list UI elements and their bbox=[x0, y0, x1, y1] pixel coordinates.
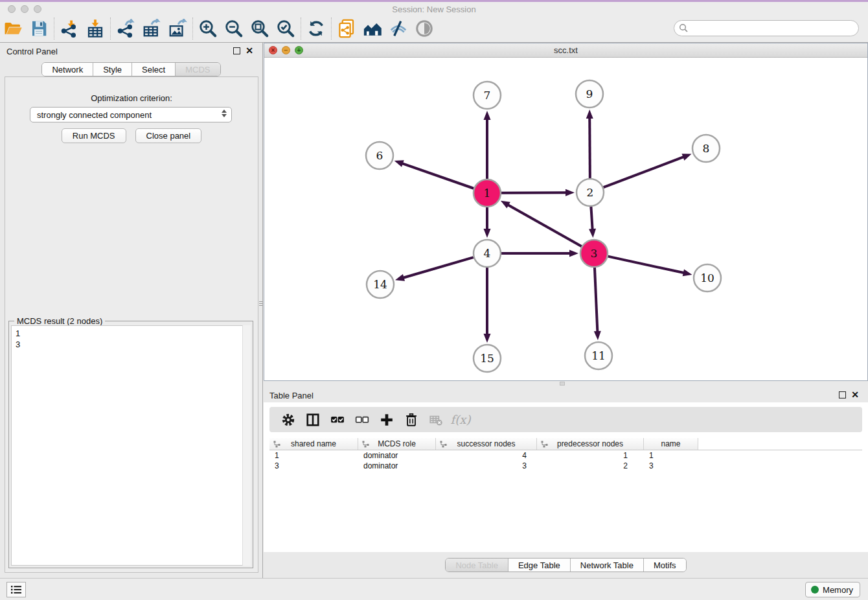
mcds-result-list[interactable]: 1 3 bbox=[11, 325, 251, 566]
close-panel-icon[interactable]: ✕ bbox=[246, 45, 253, 56]
graph-edge-arrowhead bbox=[565, 189, 575, 196]
node-table-header: shared name MCDS role successor nodes pr… bbox=[269, 438, 862, 450]
graph-edge-3-11[interactable] bbox=[595, 268, 597, 333]
select-all-rows-icon[interactable] bbox=[325, 410, 350, 430]
export-table-icon[interactable] bbox=[139, 17, 165, 40]
delete-table-icon bbox=[424, 410, 448, 430]
graph-edge-arrowhead bbox=[395, 274, 405, 281]
float-panel-icon[interactable] bbox=[233, 47, 240, 54]
cell-successor-nodes[interactable]: 4 bbox=[436, 450, 537, 461]
column-type-icon bbox=[541, 441, 548, 448]
cell-successor-nodes[interactable]: 3 bbox=[436, 461, 537, 471]
graph-edge-arrowhead bbox=[484, 229, 491, 238]
graph-edge-3-10[interactable] bbox=[608, 257, 685, 273]
graph-edge-2-8[interactable] bbox=[604, 156, 685, 187]
graph-edge-arrowhead bbox=[594, 331, 601, 340]
toolbar-separator bbox=[192, 17, 193, 40]
column-header-shared-name[interactable]: shared name bbox=[269, 438, 358, 450]
mcds-result-title: MCDS result (2 nodes) bbox=[14, 316, 105, 326]
criterion-dropdown[interactable]: strongly connected component bbox=[30, 107, 232, 122]
save-session-icon[interactable] bbox=[26, 17, 52, 40]
import-table-icon[interactable] bbox=[82, 17, 108, 40]
network-window-titlebar[interactable]: × − + scc.txt bbox=[264, 43, 867, 58]
task-history-button[interactable] bbox=[6, 582, 26, 597]
tab-edge-table[interactable]: Edge Table bbox=[508, 559, 571, 571]
optimization-criterion-label: Optimization criterion: bbox=[5, 93, 258, 103]
graph-edge-arrowhead bbox=[484, 111, 491, 120]
control-panel-title: Control Panel bbox=[6, 47, 58, 56]
tab-motifs[interactable]: Motifs bbox=[644, 559, 686, 571]
export-image-icon[interactable] bbox=[165, 17, 190, 40]
deselect-all-rows-icon[interactable] bbox=[350, 410, 374, 430]
show-graphics-details-icon[interactable] bbox=[411, 17, 437, 40]
cell-mcds-role[interactable]: dominator bbox=[358, 461, 436, 471]
search-input[interactable] bbox=[674, 20, 859, 36]
table-panel-body: f(x) shared name MCDS role successor nod… bbox=[264, 402, 868, 552]
column-header-name[interactable]: name bbox=[644, 438, 698, 450]
tab-select[interactable]: Select bbox=[132, 63, 176, 76]
tab-node-table[interactable]: Node Table bbox=[446, 559, 508, 571]
table-panel-header: Table Panel ✕ bbox=[264, 387, 868, 404]
column-header-predecessor-nodes[interactable]: predecessor nodes bbox=[537, 438, 644, 450]
zoom-out-icon[interactable] bbox=[221, 17, 247, 40]
column-type-icon bbox=[362, 441, 369, 448]
table-row[interactable]: 1 dominator 4 1 1 bbox=[269, 450, 862, 461]
table-panel-tabs: Node Table Edge Table Network Table Moti… bbox=[264, 552, 868, 578]
float-table-panel-icon[interactable] bbox=[839, 391, 846, 398]
table-panel-title: Table Panel bbox=[269, 391, 314, 400]
graph-edge-3-1[interactable] bbox=[507, 204, 581, 246]
fx-label: f(x) bbox=[451, 413, 471, 426]
graph-edge-arrowhead bbox=[394, 160, 404, 167]
column-header-successor-nodes[interactable]: successor nodes bbox=[436, 438, 537, 450]
run-mcds-button[interactable]: Run MCDS bbox=[62, 128, 126, 143]
network-canvas[interactable]: 1234678910111415 bbox=[264, 58, 867, 380]
graph-edge-1-2[interactable] bbox=[501, 192, 567, 193]
tab-style[interactable]: Style bbox=[93, 63, 132, 76]
import-network-icon[interactable] bbox=[56, 17, 82, 40]
close-table-panel-icon[interactable]: ✕ bbox=[851, 389, 859, 400]
graph-edge-arrowhead bbox=[569, 250, 578, 257]
close-panel-button[interactable]: Close panel bbox=[135, 128, 202, 143]
graph-edge-1-6[interactable] bbox=[401, 163, 474, 189]
toolbar-separator bbox=[54, 17, 54, 40]
zoom-selected-icon[interactable] bbox=[273, 17, 299, 40]
cell-mcds-role[interactable]: dominator bbox=[358, 450, 436, 461]
column-header-mcds-role[interactable]: MCDS role bbox=[358, 438, 436, 450]
cell-predecessor-nodes[interactable]: 1 bbox=[537, 450, 644, 461]
show-columns-icon[interactable] bbox=[301, 410, 325, 430]
hide-graphics-details-icon[interactable] bbox=[385, 17, 411, 40]
network-overview-icon[interactable] bbox=[360, 17, 385, 40]
cell-predecessor-nodes[interactable]: 2 bbox=[537, 461, 644, 471]
cell-name[interactable]: 1 bbox=[644, 450, 698, 461]
toolbar-separator bbox=[110, 17, 111, 40]
column-settings-icon[interactable] bbox=[276, 410, 301, 430]
memory-label: Memory bbox=[823, 585, 853, 595]
network-window-title: scc.txt bbox=[264, 45, 867, 55]
panel-splitter-grip[interactable] bbox=[258, 297, 264, 310]
graph-node-label: 6 bbox=[376, 149, 383, 162]
clone-network-icon[interactable] bbox=[334, 17, 360, 40]
graph-edge-4-14[interactable] bbox=[402, 257, 474, 278]
graph-edge-2-3[interactable] bbox=[591, 207, 592, 231]
table-row[interactable]: 3 dominator 3 2 3 bbox=[269, 461, 862, 471]
zoom-in-icon[interactable] bbox=[195, 17, 221, 40]
memory-button[interactable]: Memory bbox=[805, 582, 860, 597]
tab-network-table[interactable]: Network Table bbox=[571, 559, 644, 571]
zoom-fit-icon[interactable] bbox=[247, 17, 273, 40]
graph-edge-2-9[interactable] bbox=[589, 117, 590, 178]
tab-mcds[interactable]: MCDS bbox=[176, 63, 220, 76]
frame-splitter-grip[interactable] bbox=[560, 382, 565, 386]
add-row-icon[interactable] bbox=[374, 410, 399, 430]
mcds-result-box: MCDS result (2 nodes) 1 3 bbox=[8, 321, 253, 568]
open-file-icon[interactable] bbox=[0, 17, 26, 40]
export-network-icon[interactable] bbox=[113, 17, 139, 40]
cell-shared-name[interactable]: 3 bbox=[269, 461, 358, 471]
cell-shared-name[interactable]: 1 bbox=[269, 450, 358, 461]
cell-name[interactable]: 3 bbox=[644, 461, 698, 471]
tab-network[interactable]: Network bbox=[42, 63, 93, 76]
result-scrollbar[interactable] bbox=[242, 325, 251, 566]
network-window: × − + scc.txt 1234678910111415 bbox=[264, 43, 868, 381]
delete-row-icon[interactable] bbox=[399, 410, 424, 430]
criterion-dropdown-value: strongly connected component bbox=[37, 110, 152, 120]
apply-layout-icon[interactable] bbox=[303, 17, 329, 40]
